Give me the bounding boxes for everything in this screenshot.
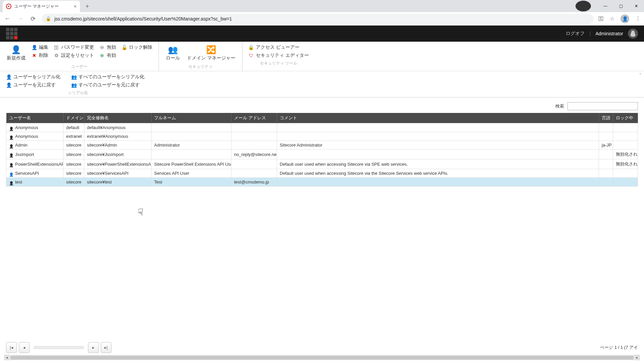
user-row-icon — [9, 180, 13, 185]
col-comment[interactable]: コメント — [277, 113, 599, 123]
back-button[interactable]: ← — [3, 15, 11, 22]
user-grid: ユーザー名 ドメイン 完全修飾名 フルネーム メール アドレス コメント 言語 … — [0, 113, 644, 187]
tab-title: ユーザー マネージャー — [14, 4, 59, 9]
search-bar: 検索 — [0, 97, 644, 113]
col-locked[interactable]: ロック中 — [613, 113, 638, 123]
unlock-button[interactable]: 🔓ロック解除 — [120, 44, 154, 51]
revert-user-button[interactable]: 👤ユーザーを元に戻す — [4, 81, 62, 89]
user-row-icon — [9, 126, 13, 130]
domain-icon: 🔀 — [206, 45, 216, 54]
security-editor-button[interactable]: 🛡セキュリティ エディター — [246, 52, 311, 59]
last-page-button[interactable]: ▸| — [101, 342, 111, 353]
users-icon: 👥 — [71, 82, 77, 88]
col-lang[interactable]: 言語 — [599, 113, 613, 123]
new-tab-button[interactable]: + — [83, 2, 92, 11]
profile-badge[interactable] — [576, 1, 591, 11]
col-fullname[interactable]: フルネーム — [151, 113, 231, 123]
search-label: 検索 — [555, 103, 564, 109]
browser-tab[interactable]: ユーザー マネージャー × — [3, 1, 80, 12]
serialize-user-button[interactable]: 👤ユーザーをシリアル化 — [4, 73, 62, 81]
disable-icon: ⊖ — [99, 45, 105, 50]
enable-icon: ⊕ — [99, 53, 105, 58]
edit-button[interactable]: 👤編集 — [30, 44, 50, 51]
delete-icon: ✖ — [32, 53, 37, 58]
revert-all-button[interactable]: 👥すべてのユーザーを元に戻す — [69, 81, 146, 89]
ribbon: 👤 新規作成 👤編集 ✖削除 ⚿パスワード変更 ⚙設定をリセット ⊖無効 ⊕有効… — [0, 42, 644, 71]
search-input[interactable] — [567, 102, 638, 110]
enable-button[interactable]: ⊕有効 — [97, 52, 118, 59]
star-icon[interactable]: ☆ — [610, 15, 614, 22]
browser-menu-icon[interactable]: ⋮ — [635, 15, 641, 22]
user-avatar-icon[interactable] — [628, 29, 638, 39]
key-icon: ⚿ — [54, 45, 59, 50]
maximize-button[interactable]: ▢ — [613, 1, 629, 11]
scroll-thumb[interactable] — [10, 356, 634, 360]
lock-icon: 🔒 — [248, 45, 254, 50]
browser-chrome: ユーザー マネージャー × + — ▢ ✕ ← → ⟳ 🔒 jss.cmsdem… — [0, 0, 644, 26]
change-password-button[interactable]: ⚿パスワード変更 — [52, 44, 96, 51]
table-row[interactable]: JssImportsitecoresitecore¥JssImportno_re… — [6, 150, 638, 159]
ribbon-group-label: ユーザー — [4, 63, 154, 70]
pager: |◂ ◂ ▸ ▸| ページ 1 / 1 (7 アイ — [6, 342, 638, 353]
user-row-icon — [9, 153, 13, 157]
collapse-ribbon-icon[interactable]: ⌃ — [639, 73, 642, 77]
access-viewer-button[interactable]: 🔒アクセス ビューアー — [246, 44, 311, 51]
reload-button[interactable]: ⟳ — [29, 15, 37, 23]
delete-button[interactable]: ✖削除 — [30, 52, 50, 59]
lock-icon: 🔒 — [46, 16, 51, 21]
close-window-button[interactable]: ✕ — [629, 1, 644, 11]
gear-icon: ⚙ — [54, 53, 59, 58]
tab-favicon — [6, 4, 11, 9]
ribbon-group-label: シリアル化 — [4, 89, 152, 96]
sitecore-logo[interactable] — [6, 28, 17, 39]
ribbon-group-users: 👤 新規作成 👤編集 ✖削除 ⚿パスワード変更 ⚙設定をリセット ⊖無効 ⊕有効… — [0, 42, 159, 71]
page-slider[interactable] — [34, 346, 84, 349]
table-row[interactable]: PowerShellExtensionsAPIsitecoresitecore¥… — [6, 159, 638, 169]
col-email[interactable]: メール アドレス — [231, 113, 277, 123]
current-user-label: Administrator — [596, 31, 623, 36]
forward-button[interactable]: → — [16, 15, 24, 22]
key-icon[interactable]: ⚿ — [598, 16, 604, 22]
col-domain[interactable]: ドメイン — [63, 113, 84, 123]
user-icon: 👤 — [6, 82, 11, 88]
table-row[interactable]: ServicesAPIsitecoresitecore¥ServicesAPIS… — [6, 169, 638, 178]
col-fqn[interactable]: 完全修飾名 — [84, 113, 151, 123]
next-page-button[interactable]: ▸ — [88, 342, 99, 353]
new-user-button[interactable]: 👤 新規作成 — [4, 44, 28, 63]
url-input[interactable]: 🔒 jss.cmsdemo.jp/sitecore/shell/Applicat… — [42, 14, 594, 24]
scroll-left-icon[interactable]: ◂ — [4, 355, 10, 360]
ribbon-group-security: 👥 ロール 🔀 ドメイン マネージャー セキュリティ — [159, 42, 242, 71]
shield-icon: 🛡 — [248, 53, 254, 58]
serialize-all-button[interactable]: 👥すべてのユーザーをシリアル化 — [69, 73, 146, 81]
minimize-button[interactable]: — — [598, 1, 613, 11]
ribbon-group-security-tools: 🔒アクセス ビューアー 🛡セキュリティ エディター セキュリティ ツール — [242, 42, 315, 71]
app-header: ログオフ | Administrator — [0, 26, 644, 42]
table-row[interactable]: testsitecoresitecore¥testTesttest@cmsdem… — [6, 178, 638, 187]
ribbon-group-label: セキュリティ ツール — [246, 59, 311, 67]
col-username[interactable]: ユーザー名 — [6, 113, 63, 123]
logoff-link[interactable]: ログオフ — [566, 31, 585, 37]
user-row-icon — [9, 162, 13, 166]
pencil-icon: 👤 — [32, 45, 37, 50]
reset-settings-button[interactable]: ⚙設定をリセット — [52, 52, 96, 59]
cursor-icon: ☟ — [138, 207, 143, 218]
first-page-button[interactable]: |◂ — [6, 342, 17, 353]
horizontal-scrollbar[interactable]: ◂ ▸ — [4, 355, 640, 360]
table-row[interactable]: Anonymousextranetextranet¥Anonymous — [6, 132, 638, 141]
table-row[interactable]: Adminsitecoresitecore¥AdminAdministrator… — [6, 141, 638, 150]
table-row[interactable]: Anonymousdefaultdefault¥Anonymous — [6, 123, 638, 132]
scroll-right-icon[interactable]: ▸ — [634, 355, 640, 360]
disable-button[interactable]: ⊖無効 — [97, 44, 118, 51]
table-header-row: ユーザー名 ドメイン 完全修飾名 フルネーム メール アドレス コメント 言語 … — [6, 113, 638, 123]
users-icon: 👥 — [71, 74, 77, 80]
prev-page-button[interactable]: ◂ — [19, 342, 30, 353]
user-row-icon — [9, 144, 13, 148]
domain-manager-button[interactable]: 🔀 ドメイン マネージャー — [184, 44, 238, 63]
browser-profile-icon[interactable]: 👤 — [620, 14, 629, 23]
user-row-icon — [9, 172, 13, 176]
tab-close-icon[interactable]: × — [74, 4, 77, 9]
role-button[interactable]: 👥 ロール — [163, 44, 183, 63]
pager-info: ページ 1 / 1 (7 アイ — [600, 345, 638, 351]
ribbon-serialize: 👤ユーザーをシリアル化 👤ユーザーを元に戻す 👥すべてのユーザーをシリアル化 👥… — [0, 71, 644, 97]
user-icon: 👤 — [6, 74, 11, 80]
